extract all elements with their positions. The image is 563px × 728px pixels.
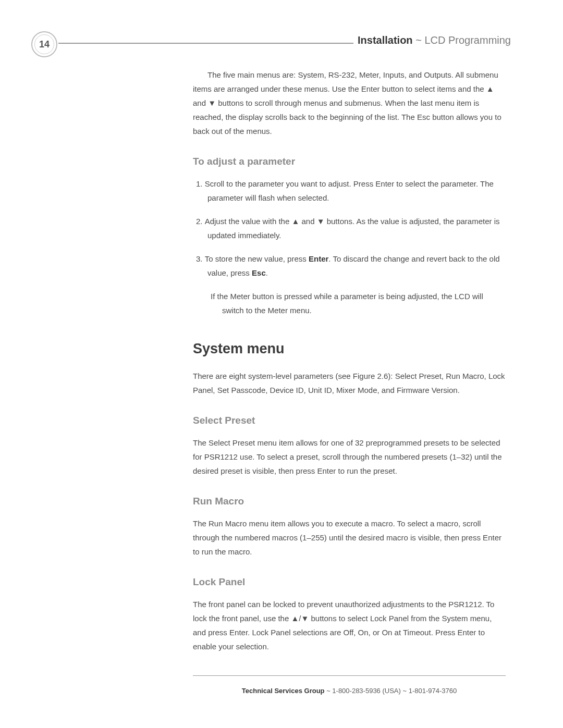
- step-3-extra: If the Meter button is pressed while a p…: [207, 289, 506, 317]
- step-1: Scroll to the parameter you want to adju…: [193, 177, 506, 205]
- heading-run-macro: Run Macro: [193, 492, 506, 510]
- heading-select-preset: Select Preset: [193, 412, 506, 429]
- heading-system-menu: System menu: [193, 336, 506, 362]
- step-3-post: .: [266, 268, 268, 277]
- header-part2: LCD Programming: [424, 34, 511, 46]
- step-2: Adjust the value with the ▲ and ▼ button…: [193, 214, 506, 242]
- step-3-enter: Enter: [309, 254, 328, 263]
- page-number-badge: 14: [31, 31, 57, 57]
- footer-group: Technical Services Group: [242, 687, 325, 695]
- step-3: To store the new value, press Enter. To …: [193, 252, 506, 317]
- select-preset-body: The Select Preset menu item allows for o…: [193, 436, 506, 478]
- step-3-esc: Esc: [252, 268, 266, 277]
- footer-rule: [193, 675, 506, 676]
- footer: Technical Services Group ~ 1-800-283-593…: [193, 687, 506, 695]
- run-macro-body: The Run Macro menu item allows you to ex…: [193, 516, 506, 559]
- header-title: Installation ~ LCD Programming: [353, 34, 511, 46]
- page-number: 14: [34, 34, 54, 54]
- heading-adjust-parameter: To adjust a parameter: [193, 153, 506, 170]
- heading-lock-panel: Lock Panel: [193, 573, 506, 591]
- footer-rest: ~ 1-800-283-5936 (USA) ~ 1-801-974-3760: [325, 687, 457, 695]
- header-part1: Installation: [358, 34, 413, 46]
- step-3-pre: To store the new value, press: [205, 254, 309, 263]
- document-page: 14 Installation ~ LCD Programming The fi…: [0, 0, 563, 728]
- system-intro: There are eight system-level parameters …: [193, 369, 506, 397]
- header-sep: ~: [413, 34, 425, 46]
- intro-paragraph: The five main menus are: System, RS-232,…: [193, 68, 506, 138]
- content-column: The five main menus are: System, RS-232,…: [193, 68, 506, 653]
- lock-panel-body: The front panel can be locked to prevent…: [193, 597, 506, 653]
- steps-list: Scroll to the parameter you want to adju…: [193, 177, 506, 317]
